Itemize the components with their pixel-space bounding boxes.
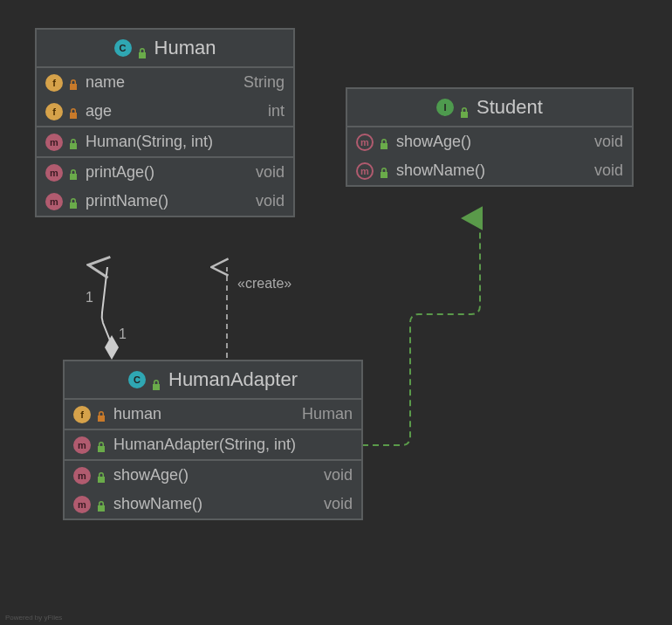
method-icon: m — [73, 436, 91, 454]
class-humanadapter-methods: m showAge() void m showName() void — [65, 461, 361, 519]
class-human-fields: f name String f age int — [37, 68, 293, 127]
field-row: f age int — [37, 97, 293, 126]
class-human-methods: m printAge() void m printName() void — [37, 158, 293, 216]
lock-icon — [459, 101, 471, 113]
class-icon: C — [114, 39, 132, 57]
lock-icon — [68, 196, 80, 208]
realization-edge — [362, 218, 480, 445]
field-type: int — [268, 102, 285, 120]
lock-icon — [68, 77, 80, 89]
lock-icon — [68, 167, 80, 179]
field-name: human — [113, 405, 161, 423]
method-row: m printName() void — [37, 187, 293, 216]
constructor-row: m Human(String, int) — [37, 127, 293, 156]
method-return: void — [256, 192, 285, 210]
method-return: void — [324, 495, 353, 513]
lock-icon — [379, 136, 391, 148]
field-icon: f — [45, 103, 63, 120]
lock-icon — [68, 106, 80, 118]
interface-student-header: I Student — [347, 89, 632, 127]
method-sig: printName() — [86, 192, 168, 210]
method-return: void — [594, 161, 623, 180]
class-humanadapter-header: C HumanAdapter — [65, 361, 361, 400]
method-sig: printAge() — [86, 163, 154, 182]
class-humanadapter-box: C HumanAdapter f human Human m HumanAdap… — [63, 360, 363, 520]
constructor-sig: Human(String, int) — [86, 133, 213, 151]
class-human-header: C Human — [37, 30, 293, 68]
method-sig: showName() — [396, 161, 485, 180]
composition-diamond — [105, 335, 119, 360]
field-icon: f — [45, 74, 63, 92]
class-humanadapter-constructors: m HumanAdapter(String, int) — [65, 430, 361, 461]
multiplicity-label: 1 — [119, 326, 127, 342]
method-icon: m — [73, 467, 91, 484]
method-return: void — [324, 466, 353, 484]
field-type: Human — [302, 405, 353, 423]
lock-icon — [137, 42, 149, 54]
field-row: f name String — [37, 68, 293, 97]
lock-icon — [96, 498, 108, 511]
class-humanadapter-fields: f human Human — [65, 400, 361, 430]
composition-edge — [102, 267, 112, 345]
lock-icon — [151, 374, 163, 386]
class-human-title: Human — [154, 37, 216, 59]
interface-student-box: I Student showAge() void showName() void — [346, 87, 634, 187]
lock-icon — [96, 439, 108, 451]
field-name: age — [86, 102, 112, 120]
class-icon: C — [128, 371, 146, 388]
method-row: m printAge() void — [37, 158, 293, 187]
class-humanadapter-title: HumanAdapter — [168, 368, 298, 391]
method-icon: m — [45, 164, 63, 182]
method-sig: showAge() — [113, 466, 189, 484]
method-sig: showName() — [113, 495, 202, 513]
lock-icon — [68, 136, 80, 148]
method-row: showAge() void — [347, 127, 632, 156]
field-icon: f — [73, 406, 91, 423]
method-row: m showName() void — [65, 490, 361, 519]
multiplicity-label: 1 — [86, 290, 93, 306]
method-icon: m — [73, 496, 91, 513]
method-return: void — [256, 163, 285, 182]
method-row: m showAge() void — [65, 461, 361, 490]
create-stereotype-label: «create» — [237, 276, 291, 292]
interface-student-title: Student — [477, 96, 543, 119]
method-icon: m — [45, 193, 63, 210]
field-row: f human Human — [65, 400, 361, 429]
constructor-row: m HumanAdapter(String, int) — [65, 430, 361, 459]
class-human-constructors: m Human(String, int) — [37, 127, 293, 158]
field-type: String — [243, 73, 285, 92]
lock-icon — [96, 409, 108, 421]
interface-student-methods: showAge() void showName() void — [347, 127, 632, 185]
interface-icon: I — [436, 99, 454, 116]
class-human-box: C Human f name String f age int m Human(… — [35, 28, 295, 217]
abstract-method-icon — [356, 134, 374, 151]
abstract-method-icon — [356, 162, 374, 180]
method-sig: showAge() — [396, 133, 471, 151]
constructor-sig: HumanAdapter(String, int) — [113, 436, 296, 454]
lock-icon — [96, 470, 108, 482]
lock-icon — [379, 165, 391, 177]
method-row: showName() void — [347, 156, 632, 185]
method-return: void — [594, 133, 623, 151]
credit-text: Powered by yFiles — [5, 614, 62, 622]
field-name: name — [86, 73, 125, 92]
method-icon: m — [45, 134, 63, 151]
